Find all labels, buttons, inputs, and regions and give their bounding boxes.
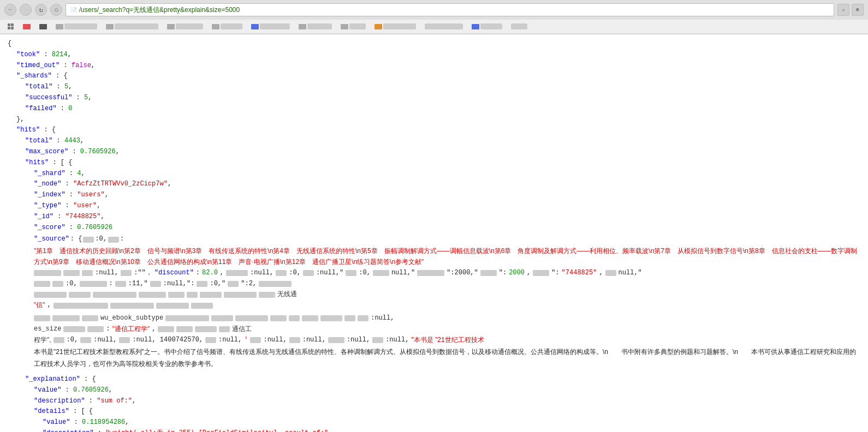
bookmark-11[interactable] (421, 22, 466, 31)
shards-block: "_shards" : { "total" : 5, "successful" … (16, 71, 860, 125)
explanation-block: "_explanation" : { "value" : 0.7605926, … (25, 374, 860, 432)
bookmark-9[interactable] (337, 22, 369, 31)
timed-out-line: "timed_out" : false, (16, 61, 860, 71)
forward-button[interactable]: → (20, 4, 32, 16)
bookmark-label-6 (221, 23, 242, 29)
bookmark-label-12 (480, 23, 502, 29)
bookmark-label-13 (511, 23, 527, 29)
bookmark-icon-dark (39, 24, 47, 29)
browser-toolbar: ← → ↻ ⌂ 📄 /users/_search?q=无线通信&pretty&e… (0, 0, 868, 20)
bookmark-icon-light1 (56, 24, 63, 29)
bookmark-icon-red (23, 24, 31, 29)
back-button[interactable]: ← (4, 4, 16, 16)
timed-out-val: false (72, 62, 91, 69)
bookmarks-bar (0, 20, 868, 34)
browser-chrome: ← → ↻ ⌂ 📄 /users/_search?q=无线通信&pretty&e… (0, 0, 868, 34)
json-content: { "took" : 8214, "timed_out" : false, "_… (0, 34, 868, 432)
bookmark-1[interactable] (20, 23, 34, 31)
url-icon: 📄 (70, 7, 77, 13)
index-val: users (81, 191, 100, 199)
bookmark-icon-light4 (212, 24, 219, 29)
bookmark-icon-blue1 (251, 24, 259, 29)
blurred-row-es-size: es_size : "通信工程学", 通信工 (34, 324, 860, 335)
bookmark-3[interactable] (52, 22, 100, 31)
apps-icon (8, 23, 14, 30)
blurred-row-2: :0, : :11," :null,": :0," ":2, (34, 279, 860, 290)
menu-button[interactable]: ≡ (852, 4, 864, 16)
bookmark-label-5 (176, 23, 203, 29)
wu-ebook-label: wu_ebook_subtype (100, 313, 163, 324)
bookmark-label-3 (64, 23, 97, 29)
description-block: 本书是"21世纪工程技术新型教程系列"之一。书中介绍了信号频谱、有线传送系统与无… (34, 346, 860, 370)
bookmark-icon-light5 (299, 24, 306, 29)
description-text: 本书是"21世纪工程技术新型教程系列"之一。书中介绍了信号频谱、有线传送系统与无… (34, 348, 856, 367)
toolbar-right: ☆ ≡ (837, 4, 864, 16)
bookmark-icon-orange (374, 24, 382, 29)
bookmark-label-7 (260, 23, 290, 29)
blurred-row-5: wu_ebook_subtype :null, (34, 313, 860, 324)
blurred-row-6: 程学", :0, :null, :null, 1400742570, :null… (34, 335, 860, 346)
home-button[interactable]: ⌂ (50, 4, 62, 16)
blurred-row-4: "信", (34, 300, 860, 311)
bookmark-label-4 (115, 23, 158, 29)
shards-key: "_shards" (16, 72, 52, 80)
bookmark-10[interactable] (371, 22, 419, 31)
took-key: "took" (16, 51, 40, 58)
bookmark-label-9 (349, 23, 366, 29)
bookmark-8[interactable] (295, 22, 335, 31)
bookmark-12[interactable] (468, 22, 506, 31)
address-bar[interactable]: 📄 /users/_search?q=无线通信&pretty&explain&s… (66, 3, 834, 16)
bookmark-5[interactable] (164, 22, 206, 31)
blurred-row-1: :null, :""，"discount": 82.0, :null, :0, … (34, 268, 860, 279)
url-text: /users/_search?q=无线通信&pretty&explain&siz… (79, 5, 240, 15)
refresh-button[interactable]: ↻ (35, 4, 47, 16)
bookmark-label-11 (425, 23, 463, 29)
bookmark-icon-blue2 (472, 24, 479, 29)
bookmark-star-button[interactable]: ☆ (837, 4, 849, 16)
source-line: "_source" : { :0, : "第1章 通信技术的历史回顾\n第2章 … (34, 234, 860, 267)
took-val: 8214 (52, 51, 68, 58)
bookmark-4[interactable] (103, 22, 162, 31)
es-size-label: es_size (34, 324, 61, 335)
bookmark-6[interactable] (209, 22, 246, 31)
bookmark-icon-light6 (341, 24, 348, 29)
bookmark-13[interactable] (508, 22, 531, 31)
bookmark-label-10 (383, 23, 416, 29)
timed-out-key: "timed_out" (16, 62, 60, 69)
blurred-row-3: 无线通 (34, 289, 860, 300)
bookmark-icon-light2 (106, 24, 114, 29)
hits-block: "hits" : { "total" : 4443, "max_score" :… (16, 125, 860, 370)
took-line: "took" : 8214, (16, 50, 860, 61)
bookmark-label-8 (307, 23, 332, 29)
bookmark-apps[interactable] (4, 22, 17, 31)
bookmark-2[interactable] (36, 23, 50, 31)
bookmark-icon-light3 (167, 24, 175, 29)
bookmark-7[interactable] (248, 22, 293, 31)
json-open-brace: { (8, 39, 860, 50)
